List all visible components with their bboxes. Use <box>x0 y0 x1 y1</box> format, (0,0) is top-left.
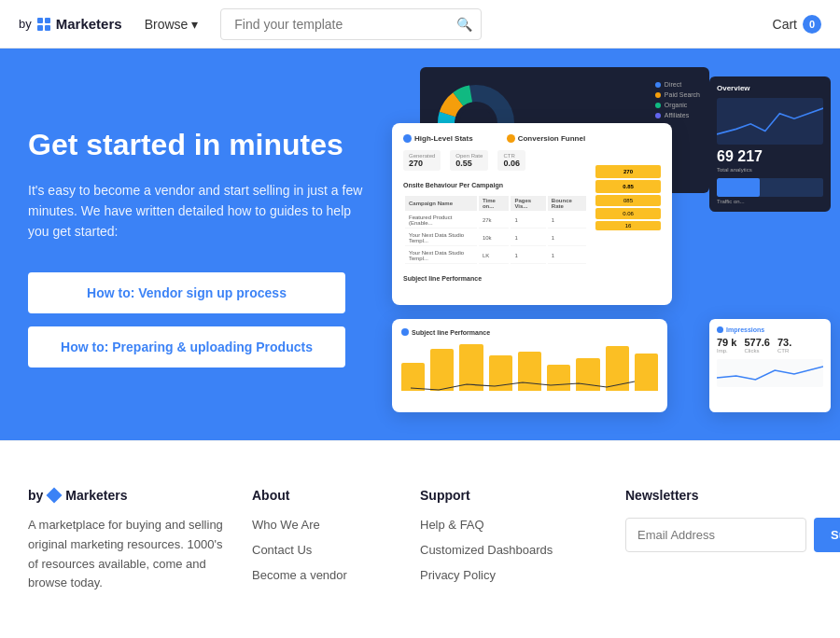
footer-link-dashboards[interactable]: Customized Dashboards <box>420 543 607 557</box>
footer-logo-marketers: Marketers <box>65 488 127 503</box>
logo-by-text: by <box>19 17 32 31</box>
funnel-open-rate: 0.85 <box>595 180 661 193</box>
impressions-stats: 79 k Imp. 577.6 Clicks 73. CTR <box>717 337 823 354</box>
onsite-behaviour-title: Onsite Behaviour Per Campaign <box>403 182 588 188</box>
footer-link-become-vendor[interactable]: Become a vendor <box>252 568 401 582</box>
footer-about-title: About <box>252 488 401 503</box>
hero-description: It's easy to become a vendor and start s… <box>28 180 364 243</box>
conversion-funnel-title: Conversion Funnel <box>507 134 585 143</box>
overview-chart <box>717 98 823 145</box>
subject-line-title: Subject line Performance <box>403 275 588 282</box>
search-bar: 🔍 <box>220 8 482 40</box>
search-input[interactable] <box>220 8 482 40</box>
imp-stat-1: 79 k Imp. <box>717 337 736 354</box>
stats-dashboard-mockup: High-Level Stats Conversion Funnel Gener… <box>392 123 672 305</box>
footer-link-contact-us[interactable]: Contact Us <box>252 543 401 557</box>
browse-button[interactable]: Browse ▾ <box>137 13 206 35</box>
mockup-container: Direct Paid Search Organic Affiliates <box>401 67 840 422</box>
hero-mockups: Direct Paid Search Organic Affiliates <box>401 49 840 440</box>
legend-direct: Direct <box>655 81 700 88</box>
overview-big-number: 69 217 <box>717 148 823 165</box>
overview-title: Overview <box>717 84 823 92</box>
footer-diamond-icon <box>47 488 63 504</box>
high-level-stats-title: High-Level Stats <box>403 134 473 143</box>
hero-content: Get started in minutes It's easy to beco… <box>0 49 401 440</box>
logo-marketers-text: Marketers <box>56 16 122 32</box>
footer-link-who-we-are[interactable]: Who We Are <box>252 518 401 532</box>
subject-perf-title: Subject line Performance <box>401 328 658 336</box>
funnel-total: 0.06 <box>595 208 661 219</box>
hero-section: Get started in minutes It's easy to beco… <box>0 49 840 440</box>
footer-support-col: Support Help & FAQ Customized Dashboards… <box>420 488 607 593</box>
search-icon: 🔍 <box>456 17 472 32</box>
footer-logo-by: by <box>28 488 43 503</box>
cart-label: Cart <box>773 17 797 32</box>
footer-newsletter-title: Newsletters <box>625 488 840 503</box>
stat-ctr: CTR 0.06 <box>497 150 525 171</box>
footer: by Marketers A marketplace for buying an… <box>0 440 840 631</box>
campaign-table: Campaign Name Time on... Pages Vis... Bo… <box>403 194 588 266</box>
footer-about-col: About Who We Are Contact Us Become a ven… <box>252 488 401 593</box>
trend-line-chart <box>401 377 653 395</box>
footer-support-title: Support <box>420 488 607 503</box>
footer-grid: by Marketers A marketplace for buying an… <box>28 488 812 593</box>
subject-performance-mockup: Subject line Performance <box>392 319 667 412</box>
footer-newsletter-col: Newsletters Subscribe <box>625 488 840 593</box>
cart-count-badge: 0 <box>803 15 821 34</box>
footer-link-privacy[interactable]: Privacy Policy <box>420 568 607 582</box>
newsletter-form: Subscribe <box>625 518 840 552</box>
footer-description: A marketplace for buying and selling ori… <box>28 516 233 593</box>
upload-products-button[interactable]: How to: Preparing & uploading Products <box>28 326 345 368</box>
funnel-bottom: 16 <box>595 221 661 230</box>
subscribe-button[interactable]: Subscribe <box>814 518 840 552</box>
stats-row: Generated 270 Open Rate 0.55 CTR 0.06 <box>403 150 588 171</box>
stat-open-rate: Open Rate 0.55 <box>450 150 488 171</box>
stat-generated: Generated 270 <box>403 150 441 171</box>
legend-paid: Paid Search <box>655 91 700 98</box>
impressions-line <box>717 359 823 387</box>
hero-title: Get started in minutes <box>28 127 364 162</box>
mockup-header: High-Level Stats Conversion Funnel <box>403 134 661 143</box>
browse-label: Browse <box>145 17 189 32</box>
impressions-mockup: Impressions 79 k Imp. 577.6 Clicks 73. C… <box>709 319 831 412</box>
header: by Marketers Browse ▾ 🔍 Cart 0 <box>0 0 840 49</box>
funnel-unique: 085 <box>595 195 661 206</box>
traffic-bar <box>717 178 823 197</box>
imp-stat-2: 577.6 Clicks <box>744 337 770 354</box>
footer-logo-area: by Marketers A marketplace for buying an… <box>28 488 233 593</box>
traffic-label: Traffic on... <box>717 199 823 204</box>
imp-stat-3: 73. CTR <box>777 337 791 354</box>
newsletter-email-input[interactable] <box>625 518 806 552</box>
chevron-down-icon: ▾ <box>191 17 198 32</box>
impressions-mini-chart <box>717 359 823 387</box>
legend-organic: Organic <box>655 102 700 108</box>
legend-affiliates: Affiliates <box>655 112 700 118</box>
footer-logo: by Marketers <box>28 488 233 503</box>
vendor-signup-button[interactable]: How to: Vendor sign up process <box>28 272 345 313</box>
impressions-title: Impressions <box>717 326 823 333</box>
cart-button[interactable]: Cart 0 <box>773 15 821 34</box>
chart-legend: Direct Paid Search Organic Affiliates <box>655 81 700 118</box>
logo-grid-icon <box>37 18 50 31</box>
overview-sublabel: Total analytics <box>717 167 823 173</box>
overview-dashboard-mockup: Overview 69 217 Total analytics Traffic … <box>709 76 831 212</box>
footer-link-help-faq[interactable]: Help & FAQ <box>420 518 607 532</box>
funnel-delivered: 270 <box>595 165 661 178</box>
logo[interactable]: by Marketers <box>19 16 122 32</box>
overview-line-chart <box>717 98 823 145</box>
